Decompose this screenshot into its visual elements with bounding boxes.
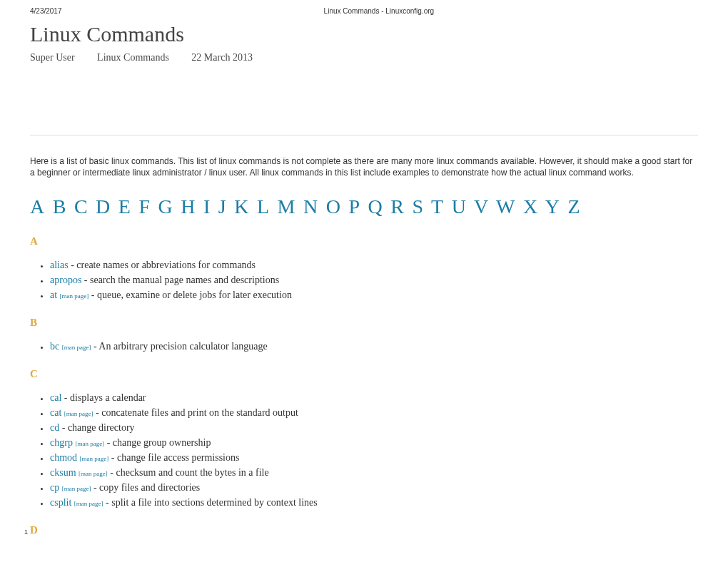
author: Super User [30, 52, 75, 63]
nav-letter-g[interactable]: G [158, 195, 173, 218]
command-description: - concatenate files and print on the sta… [93, 407, 298, 418]
print-header: 4/23/2017 Linux Commands - Linuxconfig.o… [0, 0, 728, 18]
nav-letter-y[interactable]: Y [545, 195, 560, 218]
print-date: 4/23/2017 [30, 7, 62, 15]
section-heading-b: B [30, 317, 698, 329]
nav-letter-b[interactable]: B [53, 195, 67, 218]
command-description: - displays a calendar [61, 392, 146, 403]
nav-letter-q[interactable]: Q [368, 195, 383, 218]
man-page-link[interactable]: [man page] [74, 500, 103, 507]
command-description: - create names or abbreviations for comm… [69, 260, 256, 270]
alphabet-nav: A B C D E F G H I J K L M N O P Q R S T … [30, 195, 698, 218]
nav-letter-p[interactable]: P [348, 195, 360, 218]
command-description: - split a file into sections determined … [103, 497, 318, 508]
command-description: - copy files and directories [91, 482, 200, 493]
list-item: csplit [man page] - split a file into se… [50, 495, 698, 510]
page-title: Linux Commands [30, 22, 698, 46]
nav-letter-v[interactable]: V [474, 195, 489, 218]
nav-letter-x[interactable]: X [523, 195, 538, 218]
command-link-csplit[interactable]: csplit [50, 497, 71, 508]
command-description: - change directory [59, 422, 134, 433]
list-item: cal - displays a calendar [50, 390, 698, 405]
command-description: - change group ownership [104, 437, 211, 448]
list-item: cp [man page] - copy files and directori… [50, 480, 698, 495]
list-item: at [man page] - queue, examine or delete… [50, 287, 698, 302]
command-link-cp[interactable]: cp [50, 482, 59, 493]
command-description: - An arbitrary precision calculator lang… [91, 341, 267, 352]
nav-letter-w[interactable]: W [496, 195, 515, 218]
command-list-b: bc [man page] - An arbitrary precision c… [30, 339, 698, 354]
command-link-apropos[interactable]: apropos [50, 275, 81, 285]
man-page-link[interactable]: [man page] [60, 292, 89, 300]
nav-letter-u[interactable]: U [452, 195, 467, 218]
command-link-cal[interactable]: cal [50, 392, 61, 403]
print-site: Linux Commands - Linuxconfig.org [324, 7, 435, 15]
intro-text: Here is a list of basic linux commands. … [30, 155, 698, 178]
category: Linux Commands [97, 52, 169, 63]
nav-letter-h[interactable]: H [181, 195, 196, 218]
nav-letter-o[interactable]: O [326, 195, 341, 218]
command-description: - queue, examine or delete jobs for late… [89, 290, 292, 300]
command-link-chgrp[interactable]: chgrp [50, 437, 73, 448]
list-item: alias - create names or abbreviations fo… [50, 257, 698, 272]
nav-letter-t[interactable]: T [431, 195, 444, 218]
published-date: 22 March 2013 [191, 52, 253, 63]
man-page-link[interactable]: [man page] [64, 410, 93, 417]
command-link-cat[interactable]: cat [50, 407, 61, 418]
command-description: - change file access permissions [108, 452, 239, 463]
nav-letter-c[interactable]: C [74, 195, 89, 218]
command-description: - search the manual page names and descr… [81, 275, 279, 285]
divider [30, 135, 698, 136]
man-page-link[interactable]: [man page] [80, 455, 109, 462]
nav-letter-e[interactable]: E [118, 195, 131, 218]
command-list-c: cal - displays a calendarcat [man page] … [30, 390, 698, 510]
nav-letter-j[interactable]: J [218, 195, 227, 218]
command-link-cd[interactable]: cd [50, 422, 59, 433]
nav-letter-d[interactable]: D [96, 195, 111, 218]
page-number: 1 [24, 528, 28, 536]
nav-letter-l[interactable]: L [257, 195, 270, 218]
nav-letter-f[interactable]: F [138, 195, 151, 218]
section-heading-c: C [30, 368, 698, 380]
nav-letter-z[interactable]: Z [567, 195, 580, 218]
nav-letter-i[interactable]: I [203, 195, 211, 218]
list-item: chgrp [man page] - change group ownershi… [50, 435, 698, 450]
command-description: - checksum and count the bytes in a file [108, 467, 269, 478]
man-page-link[interactable]: [man page] [79, 470, 108, 477]
nav-letter-s[interactable]: S [412, 195, 424, 218]
man-page-link[interactable]: [man page] [62, 485, 91, 492]
list-item: apropos - search the manual page names a… [50, 272, 698, 287]
command-link-cksum[interactable]: cksum [50, 467, 76, 478]
man-page-link[interactable]: [man page] [75, 440, 104, 447]
list-item: cd - change directory [50, 420, 698, 435]
nav-letter-n[interactable]: N [303, 195, 318, 218]
list-item: cat [man page] - concatenate files and p… [50, 405, 698, 420]
command-link-bc[interactable]: bc [50, 341, 59, 352]
meta-row: Super User Linux Commands 22 March 2013 [30, 52, 698, 63]
nav-letter-k[interactable]: K [234, 195, 249, 218]
command-link-alias[interactable]: alias [50, 260, 69, 270]
man-page-link[interactable]: [man page] [62, 344, 91, 351]
list-item: cksum [man page] - checksum and count th… [50, 465, 698, 480]
nav-letter-m[interactable]: M [278, 195, 296, 218]
command-list-a: alias - create names or abbreviations fo… [30, 257, 698, 302]
command-link-at[interactable]: at [50, 290, 57, 300]
section-heading-d: D [30, 524, 698, 536]
main-content: Linux Commands Super User Linux Commands… [0, 22, 728, 561]
command-link-chmod[interactable]: chmod [50, 452, 77, 463]
sections-container: Aalias - create names or abbreviations f… [30, 235, 698, 536]
section-heading-a: A [30, 235, 698, 247]
nav-letter-r[interactable]: R [390, 195, 405, 218]
nav-letter-a[interactable]: A [30, 195, 45, 218]
list-item: bc [man page] - An arbitrary precision c… [50, 339, 698, 354]
list-item: chmod [man page] - change file access pe… [50, 450, 698, 465]
